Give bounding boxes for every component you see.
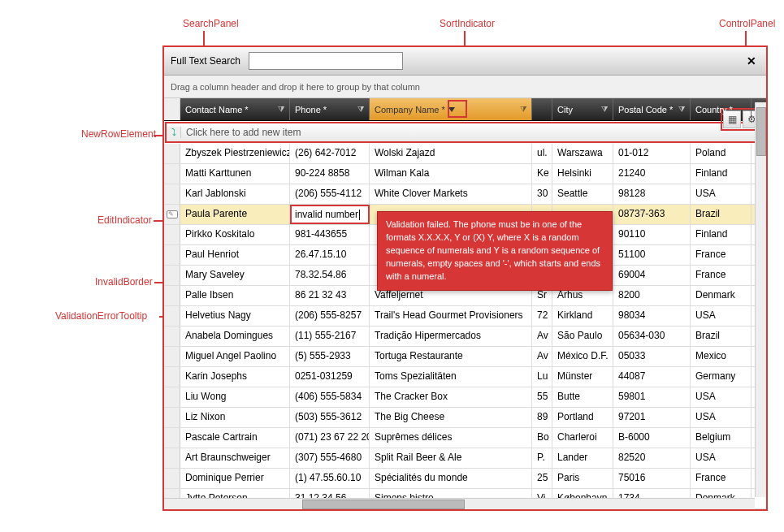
cell-phone[interactable]: (503) 555-3612 bbox=[290, 408, 370, 427]
table-row[interactable]: Dominique Perrier(1) 47.55.60.10Spéciali… bbox=[164, 469, 766, 489]
header-postal[interactable]: Postal Code *⧩ bbox=[613, 98, 691, 120]
cell-company[interactable]: Tradição Hipermercados bbox=[370, 327, 532, 346]
cell-phone[interactable]: 86 21 32 43 bbox=[290, 286, 370, 305]
cell-company[interactable]: Spécialités du monde bbox=[370, 469, 532, 488]
table-row[interactable]: Karin Josephs0251-031259Toms Spezialität… bbox=[164, 367, 766, 387]
search-input[interactable] bbox=[249, 52, 403, 70]
cell-trunc[interactable]: 55 bbox=[532, 387, 552, 407]
cell-postal[interactable]: 69004 bbox=[613, 266, 691, 285]
header-phone[interactable]: Phone *⧩ bbox=[290, 98, 370, 120]
vertical-scrollbar[interactable] bbox=[755, 102, 766, 497]
cell-country[interactable]: USA bbox=[691, 448, 752, 468]
cell-country[interactable]: France bbox=[691, 469, 752, 488]
table-row[interactable]: Matti Karttunen90-224 8858Wilman KalaKeH… bbox=[164, 164, 766, 184]
cell-contact[interactable]: Mary Saveley bbox=[180, 266, 290, 285]
cell-phone[interactable]: (307) 555-4680 bbox=[290, 448, 370, 468]
cell-phone[interactable]: 26.47.15.10 bbox=[290, 245, 370, 265]
cell-country[interactable]: USA bbox=[691, 306, 752, 326]
cell-postal[interactable]: 01-012 bbox=[613, 144, 691, 163]
cell-phone[interactable]: 981-443655 bbox=[290, 225, 370, 244]
cell-company[interactable]: The Big Cheese bbox=[370, 408, 532, 427]
cell-postal[interactable]: 90110 bbox=[613, 225, 691, 244]
cell-trunc[interactable]: Lu bbox=[532, 367, 552, 387]
cell-postal[interactable]: 51100 bbox=[613, 245, 691, 265]
cell-postal[interactable]: 05033 bbox=[613, 347, 691, 366]
cell-contact[interactable]: Dominique Perrier bbox=[180, 469, 290, 488]
cell-postal[interactable]: 98128 bbox=[613, 184, 691, 204]
cell-phone[interactable]: (1) 47.55.60.10 bbox=[290, 469, 370, 488]
filter-icon[interactable]: ⧩ bbox=[520, 105, 526, 115]
filter-icon[interactable]: ⧩ bbox=[357, 105, 364, 115]
cell-city[interactable]: Lander bbox=[552, 448, 613, 468]
cell-contact[interactable]: Pirkko Koskitalo bbox=[180, 225, 290, 244]
cell-country[interactable]: USA bbox=[691, 408, 752, 427]
cell-company[interactable]: Tortuga Restaurante bbox=[370, 347, 532, 366]
cell-contact[interactable]: Paula Parente bbox=[180, 205, 290, 224]
horizontal-scrollbar[interactable] bbox=[164, 498, 755, 509]
cell-contact[interactable]: Karl Jablonski bbox=[180, 184, 290, 204]
table-row[interactable]: Pascale Cartrain(071) 23 67 22 20Suprême… bbox=[164, 428, 766, 448]
filter-icon[interactable]: ⧩ bbox=[678, 105, 685, 115]
cell-contact[interactable]: Liz Nixon bbox=[180, 408, 290, 427]
cell-contact[interactable]: Karin Josephs bbox=[180, 367, 290, 387]
cell-contact[interactable]: Anabela Domingues bbox=[180, 327, 290, 346]
cell-trunc[interactable]: 89 bbox=[532, 408, 552, 427]
cell-contact[interactable]: Pascale Cartrain bbox=[180, 428, 290, 448]
cell-country[interactable]: France bbox=[691, 245, 752, 265]
cell-contact[interactable]: Miguel Angel Paolino bbox=[180, 347, 290, 366]
cell-trunc[interactable]: P. bbox=[532, 448, 552, 468]
cell-contact[interactable]: Liu Wong bbox=[180, 387, 290, 407]
cell-phone[interactable]: (406) 555-5834 bbox=[290, 387, 370, 407]
scroll-thumb[interactable] bbox=[302, 500, 465, 509]
cell-country[interactable]: Finland bbox=[691, 164, 752, 184]
table-row[interactable]: Liz Nixon(503) 555-3612The Big Cheese89P… bbox=[164, 408, 766, 428]
cell-postal[interactable]: 05634-030 bbox=[613, 327, 691, 346]
cell-contact[interactable]: Helvetius Nagy bbox=[180, 306, 290, 326]
cell-company[interactable]: Wolski Zajazd bbox=[370, 144, 532, 163]
cell-contact[interactable]: Zbyszek Piestrzeniewicz bbox=[180, 144, 290, 163]
cell-country[interactable]: USA bbox=[691, 387, 752, 407]
cell-country[interactable]: Belgium bbox=[691, 428, 752, 448]
cell-trunc[interactable]: Av bbox=[532, 347, 552, 366]
table-row[interactable]: Zbyszek Piestrzeniewicz(26) 642-7012Wols… bbox=[164, 144, 766, 164]
cell-country[interactable]: Finland bbox=[691, 225, 752, 244]
cell-trunc[interactable]: Bo bbox=[532, 428, 552, 448]
cell-contact[interactable]: Palle Ibsen bbox=[180, 286, 290, 305]
cell-company[interactable]: Wilman Kala bbox=[370, 164, 532, 184]
cell-phone[interactable]: 0251-031259 bbox=[290, 367, 370, 387]
cell-city[interactable]: São Paulo bbox=[552, 327, 613, 346]
header-contact[interactable]: Contact Name *⧩ bbox=[180, 98, 290, 120]
cell-phone[interactable]: (5) 555-2933 bbox=[290, 347, 370, 366]
header-truncated[interactable] bbox=[532, 98, 552, 120]
cell-postal[interactable]: 44087 bbox=[613, 367, 691, 387]
cell-phone[interactable]: (26) 642-7012 bbox=[290, 144, 370, 163]
cell-country[interactable]: USA bbox=[691, 184, 752, 204]
cell-postal[interactable]: 59801 bbox=[613, 387, 691, 407]
cell-trunc[interactable]: Av bbox=[532, 327, 552, 346]
cell-company[interactable]: Split Rail Beer & Ale bbox=[370, 448, 532, 468]
cell-contact[interactable]: Paul Henriot bbox=[180, 245, 290, 265]
filter-icon[interactable]: ⧩ bbox=[601, 105, 608, 115]
cell-phone[interactable]: (206) 555-4112 bbox=[290, 184, 370, 204]
cell-phone[interactable]: (071) 23 67 22 20 bbox=[290, 428, 370, 448]
cell-contact[interactable]: Matti Karttunen bbox=[180, 164, 290, 184]
close-icon[interactable]: ✕ bbox=[743, 54, 760, 67]
cell-company[interactable]: Suprêmes délices bbox=[370, 428, 532, 448]
cell-country[interactable]: Brazil bbox=[691, 327, 752, 346]
cell-phone[interactable]: 90-224 8858 bbox=[290, 164, 370, 184]
table-row[interactable]: Liu Wong(406) 555-5834The Cracker Box55B… bbox=[164, 387, 766, 408]
cell-company[interactable]: White Clover Markets bbox=[370, 184, 532, 204]
cell-postal[interactable]: 98034 bbox=[613, 306, 691, 326]
cell-phone[interactable]: (206) 555-8257 bbox=[290, 306, 370, 326]
table-row[interactable]: Helvetius Nagy(206) 555-8257Trail's Head… bbox=[164, 306, 766, 327]
cell-postal[interactable]: 8200 bbox=[613, 286, 691, 305]
cell-phone[interactable]: (11) 555-2167 bbox=[290, 327, 370, 346]
cell-trunc[interactable]: 30 bbox=[532, 184, 552, 204]
cell-trunc[interactable]: 72 bbox=[532, 306, 552, 326]
cell-phone[interactable]: 78.32.54.86 bbox=[290, 266, 370, 285]
filter-icon[interactable]: ⧩ bbox=[278, 105, 284, 115]
cell-city[interactable]: Portland bbox=[552, 408, 613, 427]
cell-city[interactable]: Helsinki bbox=[552, 164, 613, 184]
table-row[interactable]: Karl Jablonski(206) 555-4112White Clover… bbox=[164, 184, 766, 205]
cell-city[interactable]: Paris bbox=[552, 469, 613, 488]
